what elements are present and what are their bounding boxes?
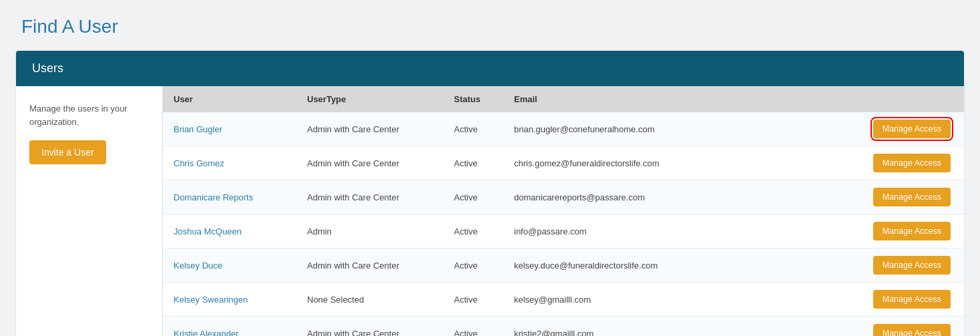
col-header-status: Status [443,86,503,112]
usertype-cell: None Selected [296,283,443,317]
table-row: Chris GomezAdmin with Care CenterActivec… [163,146,964,180]
action-cell: Manage Access [857,180,964,214]
user-link[interactable]: Kelsey Swearingen [174,295,248,305]
user-link[interactable]: Domanicare Reports [174,192,253,202]
email-cell: info@passare.com [503,214,857,248]
users-table: User UserType Status Email Brian GuglerA… [163,86,964,336]
card-body: Manage the users in your organization. I… [16,86,964,336]
table-row: Kelsey DuceAdmin with Care CenterActivek… [163,248,964,283]
email-cell: brian.gugler@conefuneralhome.com [503,112,857,146]
table-row: Brian GuglerAdmin with Care CenterActive… [163,112,964,146]
invite-user-button[interactable]: Invite a User [29,140,106,164]
action-cell: Manage Access [857,283,964,317]
card-header: Users [16,51,964,86]
status-cell: Active [443,248,503,283]
action-cell: Manage Access [857,146,964,180]
email-cell: kristie2@gmailll.com [503,317,857,337]
action-cell: Manage Access [857,112,964,146]
table-row: Kristie AlexanderAdmin with Care CenterA… [163,317,964,337]
page-title: Find A User [0,0,980,51]
col-header-user: User [163,86,296,112]
col-header-usertype: UserType [296,86,443,112]
usertype-cell: Admin [296,214,443,248]
table-row: Joshua McQueenAdminActiveinfo@passare.co… [163,214,964,248]
user-link[interactable]: Kelsey Duce [174,261,222,271]
usertype-cell: Admin with Care Center [296,317,443,337]
col-header-action [857,86,964,112]
manage-access-button[interactable]: Manage Access [873,324,951,336]
status-cell: Active [443,112,503,146]
action-cell: Manage Access [857,214,964,248]
status-cell: Active [443,283,503,317]
users-card: Users Manage the users in your organizat… [16,51,964,336]
user-link[interactable]: Chris Gomez [174,158,224,168]
email-cell: kelsey@gmailll.com [503,283,857,317]
status-cell: Active [443,317,503,337]
status-cell: Active [443,180,503,214]
action-cell: Manage Access [857,248,964,283]
status-cell: Active [443,146,503,180]
users-table-wrapper: User UserType Status Email Brian GuglerA… [163,86,964,336]
user-link[interactable]: Kristie Alexander [174,329,239,337]
user-link[interactable]: Joshua McQueen [174,226,242,236]
manage-access-button[interactable]: Manage Access [873,290,951,309]
col-header-email: Email [503,86,857,112]
sidebar-description: Manage the users in your organization. [29,102,149,128]
user-link[interactable]: Brian Gugler [174,124,222,134]
table-row: Kelsey SwearingenNone SelectedActivekels… [163,283,964,317]
usertype-cell: Admin with Care Center [296,146,443,180]
sidebar: Manage the users in your organization. I… [16,86,163,336]
email-cell: domanicarereports@passare.com [503,180,857,214]
email-cell: kelsey.duce@funeraldirectorslife.com [503,248,857,283]
manage-access-button[interactable]: Manage Access [873,154,951,172]
manage-access-button[interactable]: Manage Access [873,188,951,206]
email-cell: chris.gomez@funeraldirectorslife.com [503,146,857,180]
manage-access-button[interactable]: Manage Access [873,120,951,138]
table-header: User UserType Status Email [163,86,964,112]
usertype-cell: Admin with Care Center [296,112,443,146]
table-body: Brian GuglerAdmin with Care CenterActive… [163,112,964,336]
manage-access-button[interactable]: Manage Access [873,222,951,240]
status-cell: Active [443,214,503,248]
manage-access-button[interactable]: Manage Access [873,256,951,275]
action-cell: Manage Access [857,317,964,337]
table-row: Domanicare ReportsAdmin with Care Center… [163,180,964,214]
usertype-cell: Admin with Care Center [296,248,443,283]
usertype-cell: Admin with Care Center [296,180,443,214]
